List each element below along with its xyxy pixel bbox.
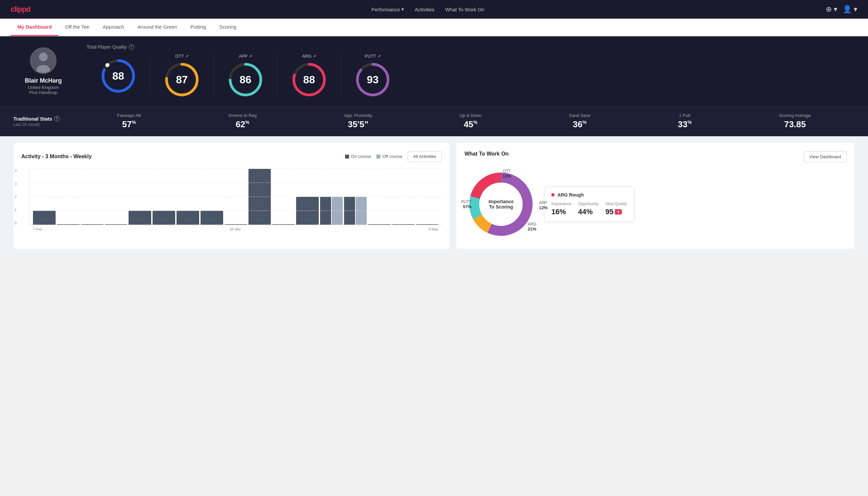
putt-value: 93 — [367, 74, 379, 86]
trad-help-icon[interactable]: ? — [54, 116, 60, 121]
overall-circle: 88 — [100, 58, 137, 94]
bar-group — [224, 224, 247, 225]
bar-group — [272, 224, 295, 225]
info-stat-shot-quality: Shot Quality 95 ▼ — [605, 202, 627, 216]
app-value: 86 — [239, 74, 251, 86]
info-box: ARG Rough Importance 16% Opportunity 44%… — [544, 187, 634, 222]
tpq-help-icon[interactable]: ? — [129, 44, 134, 50]
bar-on-course — [296, 197, 319, 225]
bar-on-course — [416, 224, 439, 225]
donut-center-line1: Importance — [489, 199, 514, 204]
ott-label: OTT ↗ — [175, 53, 189, 59]
bar-group — [153, 211, 175, 225]
bar-group — [320, 197, 343, 225]
score-putt: PUTT ↗ 93 — [341, 53, 404, 98]
tab-scoring[interactable]: Scoring — [212, 19, 243, 36]
score-app: APP ↗ 86 — [214, 53, 278, 98]
activity-title: Activity - 3 Months - Weekly — [21, 154, 92, 159]
nav-links: Performance ▾ Activities What To Work On — [372, 6, 484, 12]
player-name: Blair McHarg — [25, 77, 62, 84]
view-dashboard-button[interactable]: View Dashboard — [804, 151, 847, 162]
app-label: APP ↗ — [239, 53, 252, 59]
chart-legend: On course Off course — [345, 154, 403, 159]
bar-off-course — [356, 197, 367, 225]
bar-on-course — [33, 211, 56, 225]
donut-center-line2: To Scoring — [489, 204, 514, 210]
chart-gridlines — [30, 169, 442, 225]
stat-greens-in-reg: Greens In Reg 62% — [228, 113, 257, 129]
bar-group — [81, 224, 104, 225]
tab-bar: My Dashboard Off the Tee Approach Around… — [0, 19, 868, 36]
bar-on-course — [392, 224, 415, 225]
player-country: United Kingdom — [28, 85, 59, 90]
trad-stats-label: Traditional Stats ? Last 20 rounds — [13, 116, 67, 127]
gridline — [30, 169, 442, 169]
player-info: Blair McHarg United Kingdom Plus Handica… — [13, 47, 73, 95]
arg-value: 88 — [303, 74, 315, 86]
nav-activities[interactable]: Activities — [415, 7, 434, 12]
on-course-dot — [345, 155, 349, 158]
tab-around-the-green[interactable]: Around the Green — [130, 19, 184, 36]
bar-group — [296, 197, 319, 225]
work-on-title: What To Work On — [464, 151, 509, 157]
activity-header: Activity - 3 Months - Weekly On course O… — [21, 151, 442, 162]
tab-putting[interactable]: Putting — [184, 19, 213, 36]
tab-my-dashboard[interactable]: My Dashboard — [11, 19, 58, 36]
bar-group — [249, 169, 271, 225]
donut-label-app: APP 12% — [539, 201, 548, 210]
hero-section: Blair McHarg United Kingdom Plus Handica… — [0, 36, 868, 106]
trad-stats-subtitle: Last 20 rounds — [13, 122, 67, 127]
bar-on-course — [57, 224, 80, 225]
svg-point-1 — [39, 52, 48, 61]
nav-what-to-work-on[interactable]: What To Work On — [445, 7, 484, 12]
bar-on-course — [249, 169, 271, 225]
bar-off-course — [332, 197, 343, 225]
legend-on-course: On course — [345, 154, 371, 159]
info-stat-importance: Importance 16% — [551, 202, 571, 216]
stat-items: Fairways Hit 57% Greens In Reg 62% App. … — [73, 113, 855, 129]
tpq-label: Total Player Quality ? — [86, 44, 855, 50]
putt-label: PUTT ↗ — [365, 53, 381, 59]
donut-label-arg: ARG 21% — [527, 222, 536, 232]
stat-up-and-down: Up & Down 45% — [460, 113, 482, 129]
stat-1-putt: 1 Putt 33% — [678, 113, 692, 129]
gridline — [30, 183, 442, 183]
putt-circle: 93 — [354, 61, 391, 98]
bar-on-course — [153, 211, 175, 225]
donut-label-putt: PUTT 57% — [461, 200, 471, 209]
top-nav: clippd Performance ▾ Activities What To … — [0, 0, 868, 19]
bar-group — [392, 224, 415, 225]
stat-app-proximity: App. Proximity 35'5" — [344, 113, 372, 129]
donut-center: Importance To Scoring — [489, 199, 514, 210]
x-axis-labels: 7 Feb 28 Mar 9 May — [29, 225, 442, 231]
stat-sand-save: Sand Save 36% — [569, 113, 590, 129]
work-on-content: Importance To Scoring PUTT 57% OTT 10% A… — [464, 168, 847, 241]
bar-on-course — [368, 224, 391, 225]
bar-group — [105, 224, 128, 225]
bar-group — [57, 224, 80, 225]
arg-label: ARG ↗ — [302, 53, 316, 59]
bottom-section: Activity - 3 Months - Weekly On course O… — [0, 136, 868, 255]
user-menu-button[interactable]: 👤 ▾ — [843, 5, 857, 14]
add-button[interactable]: ⊕ ▾ — [826, 5, 837, 14]
player-handicap: Plus Handicap — [29, 90, 57, 95]
bar-on-course — [129, 211, 151, 225]
all-activities-button[interactable]: All Activities — [408, 151, 442, 162]
info-stat-opportunity: Opportunity 44% — [578, 202, 599, 216]
tab-off-the-tee[interactable]: Off the Tee — [58, 19, 96, 36]
avatar — [30, 47, 57, 74]
stat-fairways-hit: Fairways Hit 57% — [117, 113, 141, 129]
bar-group — [176, 211, 199, 225]
info-box-title: ARG Rough — [551, 192, 627, 198]
overall-value: 88 — [112, 69, 124, 82]
work-on-header: What To Work On View Dashboard — [464, 151, 847, 162]
info-box-stats: Importance 16% Opportunity 44% Shot Qual… — [551, 202, 627, 216]
bar-group — [33, 211, 56, 225]
what-to-work-on-card: What To Work On View Dashboard — [456, 143, 855, 249]
gridline — [30, 197, 442, 197]
score-arg: ARG ↗ 88 — [278, 53, 341, 98]
bar-group — [129, 211, 151, 225]
trad-stats-title: Traditional Stats ? — [13, 116, 67, 122]
nav-performance[interactable]: Performance ▾ — [372, 6, 404, 12]
tab-approach[interactable]: Approach — [96, 19, 130, 36]
